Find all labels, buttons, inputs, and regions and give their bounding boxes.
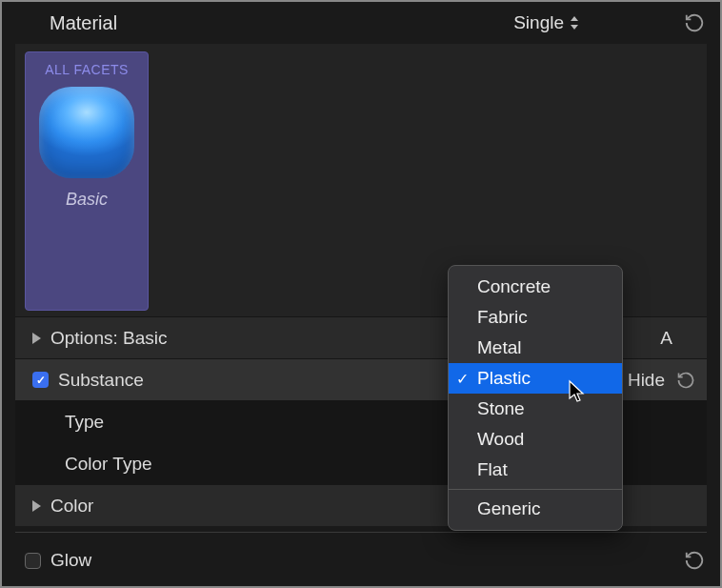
reset-icon[interactable] xyxy=(684,550,705,571)
reset-icon[interactable] xyxy=(684,12,705,33)
disclosure-triangle-icon xyxy=(32,500,41,512)
glow-label: Glow xyxy=(50,550,684,571)
facet-card[interactable]: ALL FACETS Basic xyxy=(25,51,149,311)
reset-icon[interactable] xyxy=(676,371,695,390)
dropdown-item-label: Metal xyxy=(477,337,521,358)
glow-row[interactable]: Glow xyxy=(2,538,720,582)
options-action-partial: A xyxy=(660,328,672,349)
dropdown-item-stone[interactable]: Stone xyxy=(449,394,622,424)
dropdown-item-concrete[interactable]: Concrete xyxy=(449,272,622,302)
section-divider xyxy=(15,532,707,533)
material-mode-value: Single xyxy=(513,12,564,33)
check-icon: ✓ xyxy=(456,370,469,388)
dropdown-item-label: Generic xyxy=(477,498,541,519)
material-name-label: Basic xyxy=(66,190,108,210)
dropdown-item-wood[interactable]: Wood xyxy=(449,424,622,455)
substance-dropdown[interactable]: ConcreteFabricMetal✓PlasticStoneWoodFlat… xyxy=(448,265,623,531)
material-mode-select[interactable]: Single xyxy=(513,12,579,33)
substance-checkbox[interactable] xyxy=(32,372,49,388)
dropdown-item-plastic[interactable]: ✓Plastic xyxy=(449,363,622,394)
updown-icon xyxy=(570,16,579,30)
facet-title: ALL FACETS xyxy=(45,62,129,77)
dropdown-item-label: Wood xyxy=(477,429,524,450)
dropdown-item-flat[interactable]: Flat xyxy=(449,455,622,485)
dropdown-item-label: Plastic xyxy=(477,368,531,389)
dropdown-item-label: Fabric xyxy=(477,307,528,328)
material-orb-preview xyxy=(39,87,134,178)
substance-hide-button[interactable]: Hide xyxy=(628,370,665,391)
dropdown-item-metal[interactable]: Metal xyxy=(449,333,622,363)
dropdown-item-label: Concrete xyxy=(477,276,551,297)
glow-checkbox[interactable] xyxy=(25,553,41,569)
material-header-label: Material xyxy=(50,12,513,34)
dropdown-item-label: Stone xyxy=(477,398,525,419)
dropdown-item-generic[interactable]: Generic xyxy=(449,494,622,524)
dropdown-divider xyxy=(449,489,622,490)
disclosure-triangle-icon xyxy=(32,333,41,344)
dropdown-item-fabric[interactable]: Fabric xyxy=(449,302,622,333)
dropdown-item-label: Flat xyxy=(477,459,508,480)
